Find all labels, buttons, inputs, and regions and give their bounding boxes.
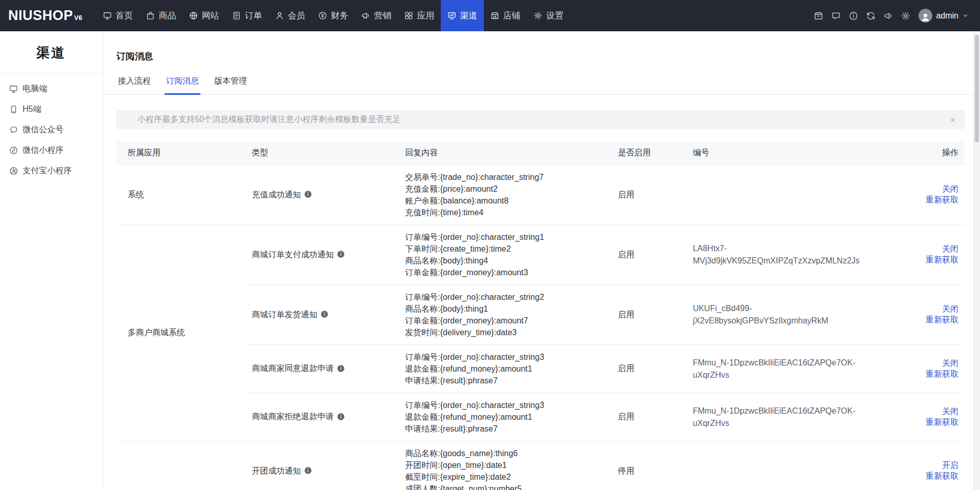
reply-content-line: 商品名称:{body}:thing1 <box>405 303 602 315</box>
nav-item[interactable]: 网站 <box>182 0 226 31</box>
sidebar-title: 渠道 <box>0 31 103 73</box>
column-header: 回复内容 <box>397 141 610 165</box>
nav-item[interactable]: 渠道 <box>441 0 484 31</box>
template-code-cell <box>685 165 897 225</box>
info-filled-icon <box>304 466 312 475</box>
refetch-link[interactable]: 重新获取 <box>926 418 958 426</box>
toggle-status-link[interactable]: 关闭 <box>942 244 958 253</box>
app-group-cell <box>116 441 244 490</box>
nav-item[interactable]: 会员 <box>269 0 312 31</box>
notice-banner: 小程序最多支持50个消息模板获取时请注意小程序剩余模板数量是否充足 × <box>116 110 965 129</box>
nav-item[interactable]: 营销 <box>355 0 398 31</box>
reply-content-cell: 订单编号:{order_no}:character_string3退款金额:{r… <box>397 393 610 441</box>
info-filled-icon <box>337 413 345 421</box>
reply-content-line: 订单金额:{order_money}:amount7 <box>405 315 602 326</box>
tab[interactable]: 版本管理 <box>213 76 249 94</box>
type-cell: 商城订单支付成功通知 <box>244 225 397 285</box>
reply-content-line: 订单编号:{order_no}:character_string3 <box>405 351 602 363</box>
type-cell: 商城订单发货通知 <box>244 285 397 345</box>
sidebar-item[interactable]: 支付宝小程序 <box>0 160 103 181</box>
toggle-status-link[interactable]: 关闭 <box>942 359 958 368</box>
app-group-cell: 多商户商城系统 <box>116 225 244 441</box>
nav-item-label: 店铺 <box>503 10 520 22</box>
nav-item[interactable]: 首页 <box>96 0 139 31</box>
settings-icon[interactable] <box>901 11 910 21</box>
status-text: 启用 <box>618 190 635 199</box>
wechat-icon <box>9 126 18 134</box>
reply-content-line: 退款金额:{refund_money}:amount1 <box>405 411 602 423</box>
reply-content-cell: 商品名称:{goods_name}:thing6开团时间:{open_time}… <box>397 441 610 490</box>
scrollbar[interactable] <box>973 31 980 490</box>
alipay-icon <box>9 167 18 175</box>
message-icon[interactable] <box>831 11 841 21</box>
h5-icon <box>9 105 18 114</box>
nav-item-label: 设置 <box>546 10 563 22</box>
tab[interactable]: 接入流程 <box>116 76 152 94</box>
nav-item-label: 财务 <box>331 10 348 22</box>
toggle-status-link[interactable]: 关闭 <box>942 304 958 313</box>
notice-text: 小程序最多支持50个消息模板获取时请注意小程序剩余模板数量是否充足 <box>137 114 944 125</box>
sidebar-item[interactable]: 微信公众号 <box>0 119 103 140</box>
refetch-link[interactable]: 重新获取 <box>926 370 958 378</box>
info-icon[interactable] <box>849 11 858 21</box>
main-content: 订阅消息 接入流程订阅消息版本管理 小程序最多支持50个消息模板获取时请注意小程… <box>103 0 980 490</box>
message-type-label: 商城商家同意退款申请 <box>252 364 334 373</box>
sidebar-item[interactable]: H5端 <box>0 99 103 119</box>
info-filled-icon <box>320 310 329 318</box>
channel-icon <box>447 11 456 20</box>
nav-item-label: 订单 <box>244 10 262 22</box>
toggle-status-link[interactable]: 关闭 <box>942 185 958 193</box>
nav-item[interactable]: 财务 <box>312 0 355 31</box>
refetch-link[interactable]: 重新获取 <box>926 315 958 324</box>
table-row: 商城商家拒绝退款申请订单编号:{order_no}:character_stri… <box>116 393 965 441</box>
table-row: 商城商家同意退款申请订单编号:{order_no}:character_stri… <box>116 345 965 393</box>
status-cell: 停用 <box>610 441 685 490</box>
nav-item[interactable]: 商品 <box>139 0 182 31</box>
sync-icon[interactable] <box>866 11 875 21</box>
message-type-label: 开团成功通知 <box>252 466 301 475</box>
table-header-row: 所属应用类型回复内容是否启用编号操作 <box>116 141 965 165</box>
close-icon[interactable]: × <box>949 114 957 125</box>
tab[interactable]: 订阅消息 <box>165 76 200 94</box>
refetch-link[interactable]: 重新获取 <box>926 195 958 204</box>
nav-item[interactable]: 应用 <box>398 0 441 31</box>
refetch-link[interactable]: 重新获取 <box>926 472 958 480</box>
toggle-status-link[interactable]: 开启 <box>942 461 958 469</box>
user-menu[interactable]: admin <box>918 9 969 23</box>
actions-cell: 关闭重新获取 <box>897 345 965 393</box>
scrollbar-thumb[interactable] <box>975 35 979 142</box>
subscribe-message-table: 所属应用类型回复内容是否启用编号操作 系统充值成功通知交易单号:{trade_n… <box>116 141 965 490</box>
nav-item[interactable]: 设置 <box>527 0 570 31</box>
sidebar-item-label: H5端 <box>23 104 41 115</box>
navbar-right: admin <box>814 9 969 23</box>
refetch-link[interactable]: 重新获取 <box>926 255 958 264</box>
type-cell: 开团成功通知 <box>244 441 397 490</box>
type-cell: 充值成功通知 <box>244 165 397 225</box>
template-code-cell <box>685 441 897 490</box>
status-cell: 启用 <box>610 393 685 441</box>
reply-content-line: 充值时间:{time}:time4 <box>405 207 602 218</box>
store-icon[interactable] <box>814 11 823 21</box>
nav-item-label: 应用 <box>417 10 434 22</box>
main-nav: 首页商品网站订单会员财务营销应用渠道店铺设置 <box>96 0 570 31</box>
template-code-cell: FMmu_N-1DpzwcBkIliEiEAC16tZAPQe7OK-uXqrZ… <box>685 393 897 441</box>
brand-logo[interactable]: NIUSHOP V6 <box>8 8 82 24</box>
reply-content-line: 下单时间:{create_time}:time2 <box>405 243 602 255</box>
nav-item[interactable]: 订单 <box>226 0 269 31</box>
toggle-status-link[interactable]: 关闭 <box>942 407 958 416</box>
miniprogram-icon <box>9 146 18 155</box>
announcement-icon[interactable] <box>884 11 893 21</box>
brand-name: NIUSHOP <box>8 8 73 24</box>
reply-content-line: 商品名称:{goods_name}:thing6 <box>405 447 602 459</box>
status-text: 启用 <box>618 250 635 259</box>
sidebar-item[interactable]: 微信小程序 <box>0 140 103 160</box>
template-code: FMmu_N-1DpzwcBkIliEiEAC16tZAPQe7OK-uXqrZ… <box>693 405 862 430</box>
settings-icon <box>534 11 542 20</box>
nav-item[interactable]: 店铺 <box>484 0 527 31</box>
table-row: 系统充值成功通知交易单号:{trade_no}:character_string… <box>116 165 965 225</box>
reply-content-line: 申请结果:{result}:phrase7 <box>405 423 602 435</box>
status-text: 启用 <box>618 310 635 319</box>
reply-content-cell: 订单编号:{order_no}:character_string1下单时间:{c… <box>397 225 610 285</box>
status-text: 启用 <box>618 364 635 373</box>
sidebar-item[interactable]: 电脑端 <box>0 78 103 99</box>
